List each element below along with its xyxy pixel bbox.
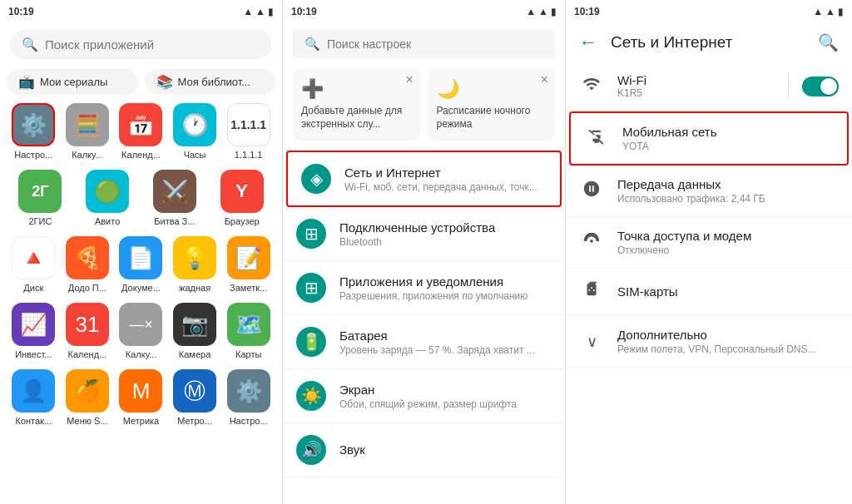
sim-text: SIM-карты: [617, 284, 839, 300]
app-contacts[interactable]: 👤 Контак...: [8, 369, 58, 426]
menu-icon: 🍊: [66, 369, 109, 413]
apps-settings-title: Приложения и уведомления: [339, 274, 552, 289]
app-calculator[interactable]: 🧮 Калку...: [62, 103, 112, 160]
suggestion-night[interactable]: × 🌙 Расписание ночного режима: [428, 68, 556, 141]
data-transfer-title: Передача данных: [617, 177, 839, 191]
drive-icon: 🔺: [12, 236, 55, 279]
app-menu[interactable]: 🍊 Меню S...: [62, 369, 112, 426]
status-time-1: 10:19: [8, 6, 34, 17]
suggestion-emergency[interactable]: × ➕ Добавьте данные для экстренных слу..…: [293, 68, 420, 141]
avito-label: Авито: [95, 216, 120, 226]
app-lamp[interactable]: 💡 жадная: [170, 236, 220, 293]
app-nastro2[interactable]: ⚙️ Настро...: [224, 369, 274, 426]
app-metro[interactable]: Ⓜ Метро...: [170, 369, 220, 426]
hotspot-title: Точка доступа и модем: [617, 229, 839, 243]
app-clock[interactable]: 🕐 Часы: [170, 103, 220, 160]
library-label: Моя библиот...: [178, 76, 251, 88]
advanced-text: Дополнительно Режим полета, VPN, Персона…: [617, 328, 839, 355]
app-search-input[interactable]: [45, 37, 260, 52]
app-calcul2[interactable]: —× Калку...: [116, 303, 166, 359]
devices-settings-icon: ⊞: [296, 219, 326, 249]
status-time-3: 10:19: [574, 6, 600, 17]
apps-grid: ⚙️ Настро... 🧮 Калку... 📅 Календ... 🕐 Ча…: [0, 103, 282, 504]
settings-search-input[interactable]: [327, 37, 543, 51]
serials-icon: 📺: [18, 74, 35, 90]
mobile-subtitle: YOTA: [622, 141, 834, 152]
app-2gis[interactable]: 2Г 2ГИС: [15, 170, 65, 226]
browser-icon: Y: [220, 170, 264, 213]
app-notes[interactable]: 📝 Заметк...: [224, 236, 274, 293]
wifi-icon-1: ▲: [255, 6, 265, 17]
wifi-row[interactable]: Wi-Fi K1R5: [566, 62, 852, 111]
dodo-label: Додо П...: [68, 283, 106, 293]
hotspot-item[interactable]: Точка доступа и модем Отключено: [566, 217, 852, 269]
sound-settings-text: Звук: [339, 442, 552, 458]
kalen2-label: Календ...: [68, 349, 107, 359]
clock-label: Часы: [184, 150, 206, 160]
devices-settings-sub: Bluetooth: [339, 236, 552, 248]
hotspot-icon: [579, 231, 604, 254]
app-maps[interactable]: 🗺️ Карты: [224, 303, 274, 359]
settings-battery-item[interactable]: 🔋 Батарея Уровень заряда — 57 %. Заряда …: [283, 315, 565, 369]
battery-icon-1: ▮: [268, 6, 274, 17]
sim-item[interactable]: SIM-карты: [566, 269, 852, 316]
my-library-item[interactable]: 📚 Моя библиот...: [145, 69, 276, 95]
status-icons-2: ▲ ▲ ▮: [526, 6, 557, 17]
settings-sound-item[interactable]: 🔊 Звук: [283, 423, 565, 477]
advanced-item[interactable]: ∨ Дополнительно Режим полета, VPN, Персо…: [566, 316, 852, 368]
app-camera[interactable]: 📷 Камера: [170, 303, 220, 359]
metrika-icon: M: [119, 369, 162, 413]
battery-settings-sub: Уровень заряда — 57 %. Заряда хватит ...: [339, 344, 552, 356]
network-settings-text: Сеть и Интернет Wi-Fi, моб. сети, переда…: [344, 166, 547, 193]
settings-apps-item[interactable]: ⊞ Приложения и уведомления Разрешения, п…: [283, 261, 565, 315]
app-metrika[interactable]: M Метрика: [116, 369, 166, 426]
sound-settings-icon: 🔊: [296, 435, 326, 465]
contacts-label: Контак...: [15, 416, 52, 426]
screen-settings-title: Экран: [339, 383, 552, 397]
dodo-icon: 🍕: [66, 236, 109, 279]
app-drive[interactable]: 🔺 Диск: [8, 236, 58, 293]
network-settings-title: Сеть и Интернет: [344, 166, 547, 180]
back-button[interactable]: ←: [579, 32, 597, 53]
app-dodo[interactable]: 🍕 Додо П...: [62, 236, 112, 293]
game-label: Битва З...: [154, 216, 195, 226]
settings-network-item[interactable]: ◈ Сеть и Интернет Wi-Fi, моб. сети, пере…: [286, 151, 562, 207]
clock-icon: 🕐: [173, 103, 216, 146]
app-invest[interactable]: 📈 Инвест...: [8, 303, 58, 359]
maps-label: Карты: [235, 349, 261, 359]
calc-label: Калку...: [72, 150, 102, 160]
app-game[interactable]: ⚔️ Битва З...: [150, 170, 200, 226]
settings-devices-item[interactable]: ⊞ Подключенные устройства Bluetooth: [283, 207, 565, 261]
network-title: Сеть и Интернет: [611, 33, 805, 52]
app-avito[interactable]: 🟢 Авито: [82, 170, 132, 226]
lamp-icon: 💡: [173, 236, 216, 279]
signal-icon-3: ▲: [813, 6, 823, 17]
mobile-title: Мобильная сеть: [622, 125, 834, 139]
settings-screen-item[interactable]: ☀️ Экран Обои, спящий режим, размер шриф…: [283, 369, 565, 423]
app-kalen2[interactable]: 31 Календ...: [62, 303, 112, 359]
camera-icon: 📷: [173, 303, 216, 346]
app-calendar[interactable]: 📅 Календ...: [116, 103, 166, 160]
my-serials-item[interactable]: 📺 Мои сериалы: [7, 69, 138, 95]
wifi-title: Wi-Fi: [617, 73, 775, 87]
close-emergency-btn[interactable]: ×: [405, 73, 413, 86]
avito-icon: 🟢: [86, 170, 129, 213]
wifi-toggle[interactable]: [802, 77, 839, 96]
app-docs[interactable]: 📄 Докуме...: [116, 236, 166, 293]
app-search-bar[interactable]: 🔍: [10, 30, 272, 59]
mobile-network-item[interactable]: Мобильная сеть YOTA: [569, 111, 849, 166]
metro-icon: Ⓜ: [173, 369, 216, 413]
menu-label: Меню S...: [67, 416, 107, 426]
network-settings-sub: Wi-Fi, моб. сети, передача данных, точк.…: [344, 181, 547, 193]
close-night-btn[interactable]: ×: [541, 73, 548, 86]
settings-search-bar[interactable]: 🔍: [293, 30, 555, 58]
app-dns[interactable]: 1.1.1.1 1.1.1.1: [224, 103, 274, 160]
kalen2-icon: 31: [66, 303, 109, 346]
data-transfer-item[interactable]: Передача данных Использовано трафика: 2,…: [566, 166, 852, 217]
2gis-icon: 2Г: [18, 170, 62, 213]
app-settings[interactable]: ⚙️ Настро...: [8, 103, 58, 160]
app-browser[interactable]: Y Браузер: [217, 170, 267, 226]
network-search-button[interactable]: 🔍: [818, 32, 839, 52]
mobile-icon: [584, 127, 609, 151]
emergency-icon: ➕: [301, 78, 412, 100]
